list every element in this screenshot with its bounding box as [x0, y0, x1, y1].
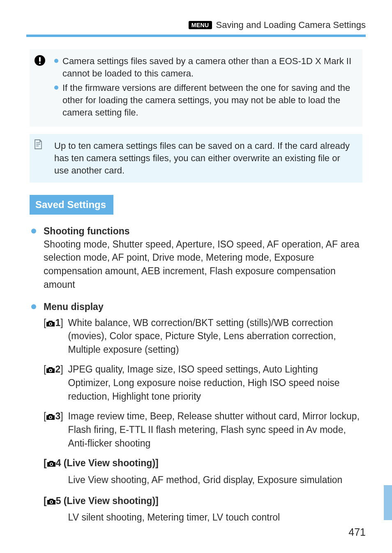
menu-entry: [5 (Live View shooting)][0]LV silent sho…: [44, 494, 362, 525]
page-number: 471: [348, 526, 366, 538]
item-title: Shooting functions: [44, 224, 362, 238]
menu-tab-number: 4: [56, 458, 61, 468]
menu-tab-label: [5 (Live View shooting)]: [44, 494, 362, 509]
camera-icon: [46, 317, 55, 331]
svg-point-6: [50, 370, 51, 371]
item-body: Shooting mode, Shutter speed, Aperture, …: [44, 238, 362, 292]
camera-icon: [46, 363, 55, 377]
menu-tab-number: 2: [55, 364, 60, 375]
section-title: Saved Settings: [30, 195, 113, 215]
menu-tab-label: [2]: [44, 363, 63, 403]
menu-tab-label: [1]: [44, 316, 63, 356]
camera-icon: [46, 410, 55, 424]
menu-tab-desc: White balance, WB correction/BKT setting…: [68, 316, 362, 356]
menu-badge: MENU: [189, 21, 212, 29]
menu-tab-number: 1: [55, 317, 60, 328]
svg-point-14: [50, 501, 52, 503]
caution-bullet: If the firmware versions are different b…: [54, 82, 355, 118]
item-menu-display: Menu display [1]White balance, WB correc…: [30, 300, 362, 525]
svg-point-8: [50, 416, 51, 418]
hint-text: Up to ten camera settings files can be s…: [54, 140, 355, 176]
menu-tab-desc: LV silent shooting, Metering timer, LV t…: [68, 511, 362, 525]
note-icon: [34, 139, 43, 150]
menu-tab-desc: Live View shooting, AF method, Grid disp…: [68, 473, 362, 488]
menu-entry: [4 (Live View shooting)][0]Live View sho…: [44, 456, 362, 487]
menu-tab-extra: (Live View shooting): [61, 458, 155, 468]
menu-tab-label: [4 (Live View shooting)]: [44, 456, 362, 471]
menu-tab-number: 5: [56, 495, 61, 506]
svg-point-10: [50, 463, 52, 465]
menu-tab-desc: Image review time, Beep, Release shutter…: [68, 410, 362, 450]
camera-icon: [47, 457, 56, 471]
menu-tab-label: [3]: [44, 410, 63, 450]
camera-icon: [47, 495, 56, 509]
menu-tab-desc: JPEG quality, Image size, ISO speed sett…: [68, 363, 362, 403]
caution-bullet: Camera settings files saved by a camera …: [54, 55, 355, 79]
header-title: Saving and Loading Camera Settings: [216, 20, 366, 30]
svg-point-4: [50, 323, 51, 324]
caution-icon: [34, 54, 46, 67]
chapter-tab: [384, 485, 392, 520]
item-shooting-functions: Shooting functions Shooting mode, Shutte…: [30, 224, 362, 292]
menu-entry: [1]White balance, WB correction/BKT sett…: [44, 316, 362, 356]
hint-box: Up to ten camera settings files can be s…: [30, 134, 362, 182]
menu-tab-extra: (Live View shooting): [61, 495, 155, 506]
item-title: Menu display: [44, 300, 362, 313]
page-header: MENU Saving and Loading Camera Settings: [0, 0, 392, 35]
caution-box: Camera settings files saved by a camera …: [30, 49, 362, 127]
menu-entry: [3]Image review time, Beep, Release shut…: [44, 410, 362, 450]
menu-entry: [2]JPEG quality, Image size, ISO speed s…: [44, 363, 362, 403]
menu-tab-number: 3: [55, 411, 60, 421]
accent-bar: [26, 35, 366, 37]
